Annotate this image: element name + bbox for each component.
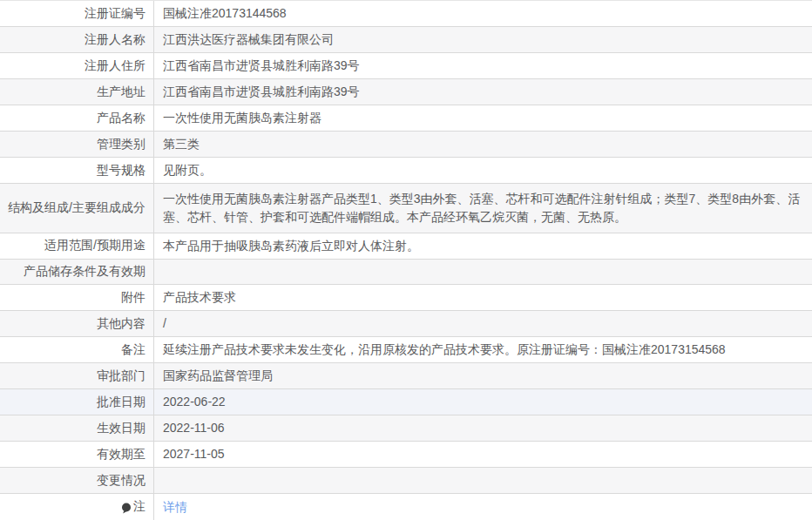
table-row: 注册人住所江西省南昌市进贤县城胜利南路39号 xyxy=(0,53,812,79)
table-row: 生产地址江西省南昌市进贤县城胜利南路39号 xyxy=(0,79,812,105)
registration-info-table: 注册证编号国械注准20173144568注册人名称江西洪达医疗器械集团有限公司注… xyxy=(0,1,812,520)
row-label: 审批部门 xyxy=(0,363,154,388)
table-row: 变更情况 xyxy=(0,468,812,494)
row-value: 江西省南昌市进贤县城胜利南路39号 xyxy=(154,53,812,78)
row-label-text: 适用范围/预期用途 xyxy=(44,238,145,253)
table-row: 注详情 xyxy=(0,494,812,520)
row-label-text: 附件 xyxy=(121,290,145,306)
row-value-text: 见附页。 xyxy=(163,161,212,179)
table-row: 管理类别第三类 xyxy=(0,132,812,158)
row-value: 第三类 xyxy=(154,132,812,157)
table-row: 生效日期2022-11-06 xyxy=(0,415,812,442)
table-row: 结构及组成/主要组成成分一次性使用无菌胰岛素注射器产品类型1、类型3由外套、活塞… xyxy=(0,184,812,233)
row-label-text: 注册人名称 xyxy=(85,32,145,48)
row-value-text: 产品技术要求 xyxy=(163,288,236,307)
row-label-text: 注册人住所 xyxy=(85,58,145,74)
row-label-text: 注 xyxy=(133,499,145,515)
comment-icon xyxy=(121,503,132,514)
row-label: 注册人名称 xyxy=(0,27,154,52)
row-label: 备注 xyxy=(0,337,154,362)
row-value: 江西洪达医疗器械集团有限公司 xyxy=(154,27,812,52)
row-value-text: 江西省南昌市进贤县城胜利南路39号 xyxy=(163,57,360,75)
table-row: 产品储存条件及有效期 xyxy=(0,260,812,286)
table-row: 适用范围/预期用途本产品用于抽吸胰岛素药液后立即对人体注射。 xyxy=(0,233,812,260)
row-label: 注册证编号 xyxy=(0,1,154,26)
table-row: 型号规格见附页。 xyxy=(0,158,812,184)
row-value: 本产品用于抽吸胰岛素药液后立即对人体注射。 xyxy=(154,233,812,259)
table-row: 批准日期2022-06-22 xyxy=(0,389,812,415)
row-label: 管理类别 xyxy=(0,132,154,157)
row-value-text: 2022-06-22 xyxy=(163,393,226,411)
table-row: 注册人名称江西洪达医疗器械集团有限公司 xyxy=(0,27,812,53)
row-label: 产品名称 xyxy=(0,105,154,131)
row-value: 2027-11-05 xyxy=(154,442,812,467)
row-label: 结构及组成/主要组成成分 xyxy=(0,184,154,233)
row-label: 适用范围/预期用途 xyxy=(0,233,154,259)
row-value-text: / xyxy=(163,314,166,333)
row-label-text: 变更情况 xyxy=(97,473,145,489)
row-label: 注册人住所 xyxy=(0,53,154,78)
row-label-text: 产品名称 xyxy=(97,111,145,126)
row-value-text: 本产品用于抽吸胰岛素药液后立即对人体注射。 xyxy=(163,237,419,255)
row-value: / xyxy=(154,311,812,336)
row-label: 生效日期 xyxy=(0,415,154,441)
row-value-text: 2027-11-05 xyxy=(163,445,225,463)
row-label: 批准日期 xyxy=(0,389,154,415)
row-value xyxy=(154,260,812,285)
row-value-text: 国家药品监督管理局 xyxy=(163,367,273,385)
detail-link[interactable]: 详情 xyxy=(163,498,187,517)
row-value: 江西省南昌市进贤县城胜利南路39号 xyxy=(154,79,812,105)
row-label: 其他内容 xyxy=(0,311,154,336)
row-value-text: 延续注册产品技术要求未发生变化，沿用原核发的产品技术要求。原注册证编号：国械注准… xyxy=(163,341,726,359)
row-label: 型号规格 xyxy=(0,158,154,183)
row-label-text: 型号规格 xyxy=(97,163,145,179)
row-value-text: 江西省南昌市进贤县城胜利南路39号 xyxy=(163,83,360,101)
row-label-text: 管理类别 xyxy=(97,137,145,152)
row-value-text: 江西洪达医疗器械集团有限公司 xyxy=(163,30,334,49)
row-value-text: 2022-11-06 xyxy=(163,419,225,437)
table-row: 审批部门国家药品监督管理局 xyxy=(0,363,812,389)
row-label: 有效期至 xyxy=(0,442,154,467)
row-label-text: 生产地址 xyxy=(97,84,145,100)
row-value-text: 一次性使用无菌胰岛素注射器 xyxy=(163,109,321,127)
row-value: 见附页。 xyxy=(154,158,812,183)
row-value: 产品技术要求 xyxy=(154,285,812,310)
table-row: 附件产品技术要求 xyxy=(0,285,812,311)
row-label: 生产地址 xyxy=(0,79,154,105)
row-label-text: 注册证编号 xyxy=(85,6,145,22)
row-label-text: 批准日期 xyxy=(97,395,145,410)
registration-detail-page: 注册证编号国械注准20173144568注册人名称江西洪达医疗器械集团有限公司注… xyxy=(0,0,812,520)
table-row: 备注延续注册产品技术要求未发生变化，沿用原核发的产品技术要求。原注册证编号：国械… xyxy=(0,337,812,363)
row-value: 国械注准20173144568 xyxy=(154,1,812,26)
row-value: 延续注册产品技术要求未发生变化，沿用原核发的产品技术要求。原注册证编号：国械注准… xyxy=(154,337,812,362)
row-value: 2022-06-22 xyxy=(154,389,812,415)
table-row: 产品名称一次性使用无菌胰岛素注射器 xyxy=(0,105,812,132)
row-label: 附件 xyxy=(0,285,154,310)
table-row: 注册证编号国械注准20173144568 xyxy=(0,1,812,27)
row-label-text: 产品储存条件及有效期 xyxy=(24,264,145,280)
row-label-text: 结构及组成/主要组成成分 xyxy=(8,200,145,216)
row-label-text: 审批部门 xyxy=(97,368,145,384)
table-row: 有效期至2027-11-05 xyxy=(0,442,812,468)
row-label: 注 xyxy=(0,494,154,520)
row-label: 产品储存条件及有效期 xyxy=(0,260,154,285)
row-label: 变更情况 xyxy=(0,468,154,493)
row-label-text: 备注 xyxy=(121,342,145,358)
row-value: 国家药品监督管理局 xyxy=(154,363,812,388)
row-value: 一次性使用无菌胰岛素注射器产品类型1、类型3由外套、活塞、芯杆和可选配件注射针组… xyxy=(154,184,812,233)
row-value: 一次性使用无菌胰岛素注射器 xyxy=(154,105,812,131)
row-label-text: 其他内容 xyxy=(97,316,145,332)
row-label-text: 生效日期 xyxy=(97,421,145,436)
row-value: 2022-11-06 xyxy=(154,415,812,441)
row-value: 详情 xyxy=(154,494,812,520)
row-value-text: 一次性使用无菌胰岛素注射器产品类型1、类型3由外套、活塞、芯杆和可选配件注射针组… xyxy=(163,190,802,226)
row-value-text: 第三类 xyxy=(163,135,200,153)
row-value xyxy=(154,468,812,493)
row-label-text: 有效期至 xyxy=(97,447,145,463)
row-value-text: 国械注准20173144568 xyxy=(163,4,287,23)
table-row: 其他内容/ xyxy=(0,311,812,337)
